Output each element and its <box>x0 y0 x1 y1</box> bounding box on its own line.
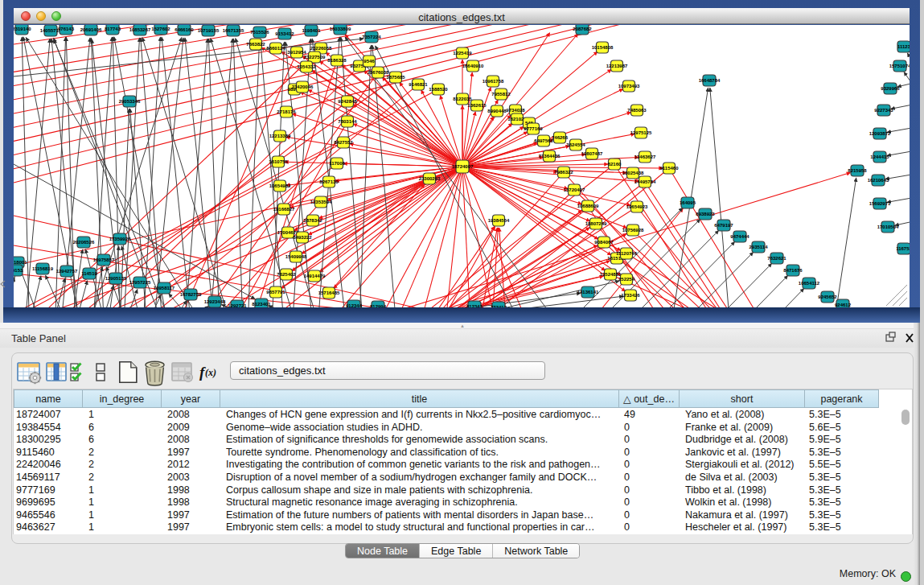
svg-text:8938923: 8938923 <box>696 212 715 216</box>
svg-text:18807249: 18807249 <box>585 221 607 226</box>
svg-text:2087682: 2087682 <box>573 27 592 31</box>
svg-text:23300293: 23300293 <box>419 176 441 181</box>
svg-text:773412: 773412 <box>491 305 507 307</box>
svg-text:8215958: 8215958 <box>848 168 867 173</box>
svg-text:10654982: 10654982 <box>269 183 291 188</box>
svg-text:7803144: 7803144 <box>338 119 357 124</box>
svg-text:9084067: 9084067 <box>594 240 614 245</box>
svg-text:14136141: 14136141 <box>577 290 599 295</box>
svg-text:8990448: 8990448 <box>487 109 507 113</box>
svg-text:1292721: 1292721 <box>228 303 247 307</box>
svg-text:8267130: 8267130 <box>319 179 339 184</box>
svg-text:29053346: 29053346 <box>119 99 141 104</box>
svg-text:23226058: 23226058 <box>310 46 332 51</box>
svg-text:12213389: 12213389 <box>269 134 291 138</box>
svg-text:812341: 812341 <box>466 304 483 307</box>
svg-text:9227343: 9227343 <box>874 108 893 113</box>
svg-text:12905135: 12905135 <box>105 276 127 281</box>
svg-text:114519: 114519 <box>81 271 97 276</box>
svg-text:7632621: 7632621 <box>767 256 786 261</box>
svg-text:12353594: 12353594 <box>310 200 332 204</box>
svg-text:2718176: 2718176 <box>277 109 296 114</box>
svg-text:10853267: 10853267 <box>129 27 151 32</box>
svg-text:1362615: 1362615 <box>467 103 487 108</box>
svg-text:20206526: 20206526 <box>73 240 95 245</box>
svg-text:10154808: 10154808 <box>592 45 614 50</box>
svg-text:12942757: 12942757 <box>56 269 78 274</box>
svg-text:8186328: 8186328 <box>327 58 347 63</box>
svg-text:17957225: 17957225 <box>129 280 151 285</box>
svg-text:10719155: 10719155 <box>198 28 220 33</box>
svg-text:2319140: 2319140 <box>14 27 31 31</box>
svg-text:1588520: 1588520 <box>429 87 448 92</box>
svg-text:8660124: 8660124 <box>266 46 285 51</box>
svg-text:20691406: 20691406 <box>80 27 102 32</box>
svg-text:9115460: 9115460 <box>659 166 679 171</box>
svg-text:17359926: 17359926 <box>109 237 131 241</box>
svg-text:9474444: 9474444 <box>730 234 749 239</box>
svg-text:6479197: 6479197 <box>714 223 733 228</box>
svg-text:7485063: 7485063 <box>627 108 647 113</box>
svg-text:9329966: 9329966 <box>881 86 900 91</box>
svg-text:6466160: 6466160 <box>175 27 194 32</box>
svg-text:62160: 62160 <box>608 162 622 167</box>
svg-text:7357224: 7357224 <box>362 35 381 39</box>
svg-text:252254: 252254 <box>618 277 635 282</box>
svg-text:7515526: 7515526 <box>250 30 269 35</box>
svg-text:18724007: 18724007 <box>452 164 474 169</box>
svg-text:15751074: 15751074 <box>889 64 910 68</box>
svg-text:10654112: 10654112 <box>799 281 820 286</box>
svg-text:2935114: 2935114 <box>749 245 768 249</box>
svg-text:10756928: 10756928 <box>622 228 644 233</box>
svg-text:8122035: 8122035 <box>453 97 472 101</box>
svg-text:10958117: 10958117 <box>154 286 175 290</box>
svg-text:12975125: 12975125 <box>630 130 652 135</box>
svg-text:6497568: 6497568 <box>534 138 553 143</box>
svg-text:8123401: 8123401 <box>252 302 271 307</box>
svg-text:3875685: 3875685 <box>386 75 405 80</box>
svg-text:19166827: 19166827 <box>273 207 295 212</box>
svg-text:12213987: 12213987 <box>606 64 628 68</box>
svg-text:10025438: 10025438 <box>622 171 644 175</box>
svg-text:14495784: 14495784 <box>634 179 656 184</box>
svg-text:1527602: 1527602 <box>151 27 170 31</box>
svg-text:8471676: 8471676 <box>783 268 803 273</box>
svg-text:9777169: 9777169 <box>524 126 543 131</box>
svg-text:8427552: 8427552 <box>334 140 353 145</box>
svg-text:15409948: 15409948 <box>285 254 307 259</box>
svg-text:924612: 924612 <box>835 303 852 307</box>
svg-text:1610755: 1610755 <box>269 159 288 164</box>
svg-text:15720407: 15720407 <box>564 187 585 192</box>
svg-text:1225419: 1225419 <box>453 51 472 56</box>
svg-text:23227509: 23227509 <box>304 55 326 60</box>
svg-text:116753: 116753 <box>896 246 910 251</box>
svg-text:7663822: 7663822 <box>246 42 265 47</box>
svg-text:16210643: 16210643 <box>868 178 889 183</box>
svg-text:19654923: 19654923 <box>626 204 648 209</box>
svg-text:12923448: 12923448 <box>204 299 226 304</box>
svg-text:976143: 976143 <box>58 27 75 31</box>
svg-text:11123: 11123 <box>897 44 910 49</box>
svg-text:11120746: 11120746 <box>616 251 638 256</box>
svg-text:23420046: 23420046 <box>292 84 314 89</box>
svg-text:21364436: 21364436 <box>539 154 561 159</box>
svg-text:13463627: 13463627 <box>634 154 656 159</box>
svg-text:8493222: 8493222 <box>293 235 312 240</box>
svg-text:7625402: 7625402 <box>277 272 296 277</box>
svg-text:164095: 164095 <box>680 200 696 205</box>
svg-text:912344: 912344 <box>346 303 363 307</box>
svg-text:1733426: 1733426 <box>621 293 640 298</box>
svg-text:1054332: 1054332 <box>297 64 316 69</box>
svg-text:9657791: 9657791 <box>266 290 285 295</box>
svg-text:117006: 117006 <box>329 161 345 166</box>
svg-text:9734028: 9734028 <box>506 108 525 113</box>
svg-text:1198401: 1198401 <box>302 28 321 33</box>
svg-text:19384554: 19384554 <box>488 218 510 223</box>
svg-text:10975857: 10975857 <box>93 257 115 262</box>
svg-text:3918001: 3918001 <box>14 260 27 265</box>
svg-text:16033809: 16033809 <box>330 27 351 31</box>
svg-text:817743: 817743 <box>105 27 121 31</box>
svg-text:16671355: 16671355 <box>223 28 244 33</box>
svg-text:16648784: 16648784 <box>699 78 721 83</box>
svg-text:16640910: 16640910 <box>462 64 484 68</box>
